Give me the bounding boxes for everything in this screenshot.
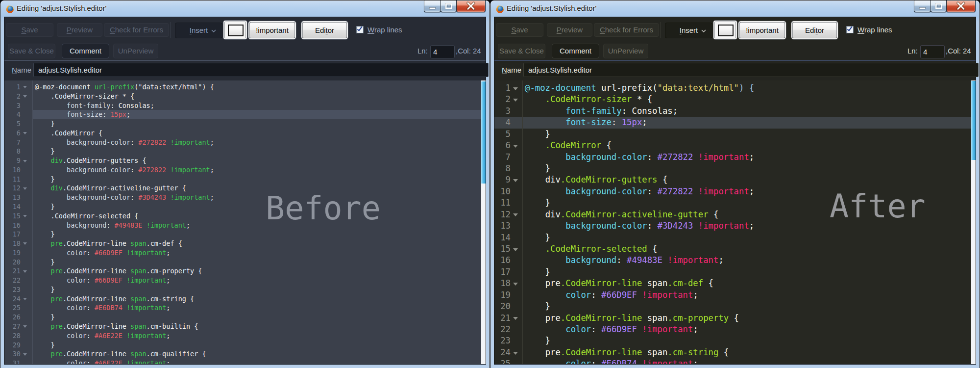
unpreview-button[interactable]: UnPerview — [113, 44, 158, 58]
code-line: div.CodeMirror-gutters { — [35, 156, 147, 165]
fold-arrow-icon[interactable] — [513, 145, 518, 148]
fold-arrow-icon[interactable] — [23, 132, 27, 134]
fold-arrow-icon[interactable] — [513, 283, 518, 286]
code-line: } — [35, 258, 55, 267]
color-swatch-button[interactable] — [714, 22, 736, 38]
code-line: } — [35, 285, 55, 294]
important-button[interactable]: !important — [739, 22, 785, 38]
fold-arrow-icon[interactable] — [23, 242, 27, 245]
fold-arrow-icon[interactable] — [23, 86, 27, 88]
code-line: background-color: #272822 !important; — [35, 165, 214, 175]
line-number: 10 — [494, 186, 511, 197]
save-and-close-button[interactable]: Save & Close — [8, 44, 55, 58]
scrollbar-thumb[interactable] — [971, 81, 976, 160]
color-swatch-button[interactable] — [224, 22, 246, 38]
fold-arrow-icon[interactable] — [23, 95, 27, 98]
save-button[interactable]: Save — [496, 23, 543, 37]
fold-arrow-icon[interactable] — [513, 99, 518, 102]
scrollbar-thumb[interactable] — [481, 81, 486, 184]
insert-dropdown[interactable]: Insert — [175, 23, 222, 38]
line-number-input[interactable]: 4 — [920, 45, 945, 58]
code-line: pre.CodeMirror-line span.cm-builtin { — [35, 322, 198, 331]
editor-button[interactable]: Editor — [302, 22, 347, 38]
editor-scrollbar[interactable] — [971, 80, 976, 364]
comment-button[interactable]: Comment — [552, 44, 599, 58]
code-line: .CodeMirror-sizer * { — [35, 92, 134, 101]
fold-arrow-icon[interactable] — [513, 213, 518, 216]
line-number: 3 — [494, 105, 511, 117]
line-number: 10 — [4, 165, 21, 175]
minimize-button[interactable] — [914, 0, 931, 12]
maximize-button[interactable] — [441, 0, 457, 12]
code-line: } — [525, 129, 550, 140]
code-editor[interactable]: 1234567891011121314151617181920212223242… — [494, 80, 976, 364]
wrap-lines-checkbox[interactable] — [356, 26, 364, 33]
minimize-button[interactable] — [424, 0, 441, 12]
code-line: color: #66D9EF !important; — [35, 248, 170, 258]
important-button[interactable]: !important — [249, 22, 295, 38]
titlebar[interactable]: Editing 'adjust.Stylish.editor' — [490, 0, 980, 17]
line-number: 29 — [4, 341, 21, 350]
code-line: } — [35, 313, 55, 322]
fold-arrow-icon[interactable] — [23, 160, 27, 162]
code-line: .CodeMirror { — [525, 140, 612, 151]
fold-arrow-icon[interactable] — [23, 325, 27, 328]
toolbar-separator — [661, 22, 661, 38]
fold-arrow-icon[interactable] — [23, 215, 27, 217]
name-label: Name — [502, 66, 521, 74]
check-for-errors-button[interactable]: Check for Errors — [104, 23, 169, 37]
preview-button[interactable]: Preview — [57, 23, 102, 37]
code-line: background-color: #272822 !important; — [525, 186, 754, 197]
fold-arrow-icon[interactable] — [513, 352, 518, 355]
line-number: 1 — [4, 82, 21, 92]
code-line: color: #E6DB74 !important; — [525, 358, 698, 364]
line-number: 26 — [4, 313, 21, 322]
comment-button[interactable]: Comment — [62, 44, 109, 58]
fold-arrow-icon[interactable] — [513, 179, 518, 182]
wrap-lines-checkbox[interactable] — [846, 26, 854, 33]
line-number: 9 — [4, 156, 21, 165]
line-number: 19 — [4, 248, 21, 258]
code-line: font-size: 15px; — [525, 117, 647, 128]
fold-arrow-icon[interactable] — [23, 187, 27, 190]
line-number-label: Ln: — [907, 47, 918, 55]
code-line: pre.CodeMirror-line span.cm-property { — [525, 313, 739, 324]
insert-dropdown[interactable]: Insert — [665, 23, 712, 38]
save-button[interactable]: Save — [6, 23, 53, 37]
fold-arrow-icon[interactable] — [513, 87, 518, 90]
fold-arrow-icon[interactable] — [513, 248, 518, 251]
preview-button[interactable]: Preview — [547, 23, 592, 37]
line-number: 30 — [4, 349, 21, 359]
checkmark-icon — [356, 25, 364, 33]
fold-arrow-icon[interactable] — [23, 270, 27, 273]
firefox-icon — [495, 4, 505, 14]
line-number: 23 — [4, 285, 21, 294]
check-for-errors-button[interactable]: Check for Errors — [594, 23, 659, 37]
editor-scrollbar[interactable] — [481, 80, 486, 364]
line-number: 14 — [494, 232, 511, 243]
style-name-input[interactable]: adjust.Stylish.editor — [523, 63, 979, 77]
code-line: div.CodeMirror-gutters { — [525, 174, 667, 185]
fold-arrow-icon[interactable] — [23, 298, 27, 300]
line-number-input[interactable]: 4 — [430, 45, 455, 58]
line-number: 8 — [494, 163, 511, 174]
save-and-close-button[interactable]: Save & Close — [498, 44, 545, 58]
close-icon[interactable] — [946, 0, 976, 12]
close-icon[interactable] — [456, 0, 486, 12]
watermark-text: Before — [266, 192, 381, 224]
fold-arrow-icon[interactable] — [513, 317, 518, 320]
unpreview-button[interactable]: UnPerview — [603, 44, 648, 58]
fold-arrow-icon[interactable] — [23, 353, 27, 356]
editor-button[interactable]: Editor — [792, 22, 837, 38]
style-name-input[interactable]: adjust.Stylish.editor — [33, 63, 489, 77]
titlebar[interactable]: Editing 'adjust.Stylish.editor' — [0, 0, 490, 17]
toolbar-divider — [494, 60, 976, 61]
wrap-lines-label[interactable]: Wrap lines — [858, 26, 892, 34]
code-editor[interactable]: 1234567891011121314151617181920212223242… — [4, 80, 486, 364]
wrap-lines-label[interactable]: Wrap lines — [368, 26, 402, 34]
code-line: font-size: 15px; — [35, 110, 130, 119]
maximize-button[interactable] — [931, 0, 947, 12]
firefox-icon — [5, 4, 15, 14]
line-number: 4 — [4, 110, 21, 119]
code-line: } — [35, 202, 55, 211]
